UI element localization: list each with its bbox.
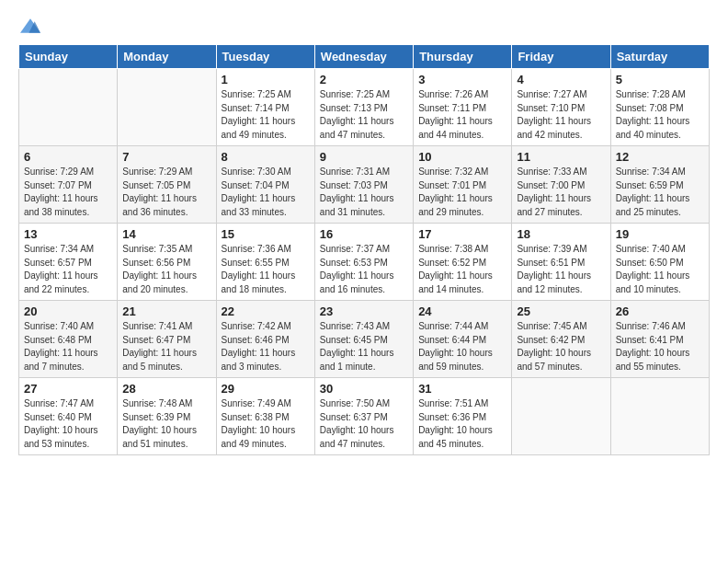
calendar-cell: 26Sunrise: 7:46 AM Sunset: 6:41 PM Dayli…: [610, 301, 709, 378]
day-number: 15: [222, 227, 310, 241]
day-info: Sunrise: 7:25 AM Sunset: 7:13 PM Dayligh…: [320, 88, 408, 142]
day-number: 13: [24, 227, 112, 241]
header: [18, 15, 710, 37]
day-info: Sunrise: 7:42 AM Sunset: 6:46 PM Dayligh…: [222, 320, 310, 373]
day-number: 8: [222, 150, 310, 164]
day-info: Sunrise: 7:39 AM Sunset: 6:51 PM Dayligh…: [517, 243, 605, 296]
calendar-cell: 2Sunrise: 7:25 AM Sunset: 7:13 PM Daylig…: [314, 69, 413, 146]
week-row-1: 1Sunrise: 7:25 AM Sunset: 7:14 PM Daylig…: [19, 69, 710, 146]
day-number: 30: [320, 382, 408, 396]
week-row-2: 6Sunrise: 7:29 AM Sunset: 7:07 PM Daylig…: [19, 146, 710, 224]
day-info: Sunrise: 7:41 AM Sunset: 6:47 PM Dayligh…: [122, 320, 210, 373]
day-number: 31: [418, 382, 506, 396]
day-number: 21: [122, 304, 210, 318]
day-info: Sunrise: 7:37 AM Sunset: 6:53 PM Dayligh…: [320, 243, 408, 296]
calendar-cell: 30Sunrise: 7:50 AM Sunset: 6:37 PM Dayli…: [314, 378, 413, 455]
day-info: Sunrise: 7:36 AM Sunset: 6:55 PM Dayligh…: [222, 243, 310, 296]
week-row-3: 13Sunrise: 7:34 AM Sunset: 6:57 PM Dayli…: [19, 224, 710, 301]
day-number: 28: [122, 382, 210, 396]
day-info: Sunrise: 7:30 AM Sunset: 7:04 PM Dayligh…: [222, 166, 310, 219]
calendar-cell: 9Sunrise: 7:31 AM Sunset: 7:03 PM Daylig…: [314, 146, 413, 224]
day-info: Sunrise: 7:29 AM Sunset: 7:07 PM Dayligh…: [24, 166, 112, 219]
calendar-table: SundayMondayTuesdayWednesdayThursdayFrid…: [18, 44, 710, 455]
day-number: 3: [418, 73, 506, 86]
day-number: 24: [418, 304, 506, 318]
calendar-cell: 31Sunrise: 7:51 AM Sunset: 6:36 PM Dayli…: [414, 378, 512, 455]
day-number: 5: [616, 73, 704, 86]
calendar-cell: 8Sunrise: 7:30 AM Sunset: 7:04 PM Daylig…: [216, 146, 314, 224]
calendar-cell: 20Sunrise: 7:40 AM Sunset: 6:48 PM Dayli…: [19, 301, 118, 378]
day-info: Sunrise: 7:40 AM Sunset: 6:50 PM Dayligh…: [616, 243, 704, 296]
day-info: Sunrise: 7:49 AM Sunset: 6:38 PM Dayligh…: [222, 397, 310, 451]
calendar-cell: 6Sunrise: 7:29 AM Sunset: 7:07 PM Daylig…: [19, 146, 118, 224]
day-number: 17: [418, 227, 506, 241]
weekday-header-friday: Friday: [512, 45, 610, 69]
logo: [18, 18, 40, 37]
calendar-cell: 23Sunrise: 7:43 AM Sunset: 6:45 PM Dayli…: [314, 301, 413, 378]
day-info: Sunrise: 7:27 AM Sunset: 7:10 PM Dayligh…: [517, 88, 605, 142]
calendar-cell: 4Sunrise: 7:27 AM Sunset: 7:10 PM Daylig…: [512, 69, 610, 146]
calendar-cell: 27Sunrise: 7:47 AM Sunset: 6:40 PM Dayli…: [19, 378, 118, 455]
day-info: Sunrise: 7:32 AM Sunset: 7:01 PM Dayligh…: [418, 166, 506, 219]
calendar-cell: [512, 378, 610, 455]
day-number: 19: [616, 227, 704, 241]
calendar-cell: 15Sunrise: 7:36 AM Sunset: 6:55 PM Dayli…: [216, 224, 314, 301]
day-number: 4: [517, 73, 605, 86]
calendar-cell: 22Sunrise: 7:42 AM Sunset: 6:46 PM Dayli…: [216, 301, 314, 378]
day-info: Sunrise: 7:35 AM Sunset: 6:56 PM Dayligh…: [122, 243, 210, 296]
weekday-header-tuesday: Tuesday: [216, 45, 314, 69]
calendar-cell: 29Sunrise: 7:49 AM Sunset: 6:38 PM Dayli…: [216, 378, 314, 455]
logo-icon: [20, 18, 40, 33]
calendar-cell: 17Sunrise: 7:38 AM Sunset: 6:52 PM Dayli…: [414, 224, 512, 301]
day-number: 25: [517, 304, 605, 318]
calendar-cell: [19, 69, 118, 146]
day-info: Sunrise: 7:50 AM Sunset: 6:37 PM Dayligh…: [320, 397, 408, 451]
day-number: 6: [24, 150, 112, 164]
calendar-cell: 7Sunrise: 7:29 AM Sunset: 7:05 PM Daylig…: [118, 146, 216, 224]
day-number: 20: [24, 304, 112, 318]
day-info: Sunrise: 7:34 AM Sunset: 6:57 PM Dayligh…: [24, 243, 112, 296]
calendar-cell: 10Sunrise: 7:32 AM Sunset: 7:01 PM Dayli…: [414, 146, 512, 224]
day-info: Sunrise: 7:47 AM Sunset: 6:40 PM Dayligh…: [24, 397, 112, 451]
day-number: 14: [122, 227, 210, 241]
calendar-cell: 21Sunrise: 7:41 AM Sunset: 6:47 PM Dayli…: [118, 301, 216, 378]
calendar-cell: 18Sunrise: 7:39 AM Sunset: 6:51 PM Dayli…: [512, 224, 610, 301]
weekday-header-saturday: Saturday: [610, 45, 709, 69]
day-number: 26: [616, 304, 704, 318]
day-number: 7: [122, 150, 210, 164]
day-info: Sunrise: 7:38 AM Sunset: 6:52 PM Dayligh…: [418, 243, 506, 296]
calendar-cell: 19Sunrise: 7:40 AM Sunset: 6:50 PM Dayli…: [610, 224, 709, 301]
calendar-cell: 28Sunrise: 7:48 AM Sunset: 6:39 PM Dayli…: [118, 378, 216, 455]
calendar-cell: 16Sunrise: 7:37 AM Sunset: 6:53 PM Dayli…: [314, 224, 413, 301]
calendar-cell: 12Sunrise: 7:34 AM Sunset: 6:59 PM Dayli…: [610, 146, 709, 224]
day-info: Sunrise: 7:48 AM Sunset: 6:39 PM Dayligh…: [122, 397, 210, 451]
day-number: 16: [320, 227, 408, 241]
calendar-cell: 5Sunrise: 7:28 AM Sunset: 7:08 PM Daylig…: [610, 69, 709, 146]
day-number: 18: [517, 227, 605, 241]
weekday-header-sunday: Sunday: [19, 45, 118, 69]
day-number: 22: [222, 304, 310, 318]
day-number: 27: [24, 382, 112, 396]
calendar-cell: 3Sunrise: 7:26 AM Sunset: 7:11 PM Daylig…: [414, 69, 512, 146]
day-number: 11: [517, 150, 605, 164]
day-info: Sunrise: 7:46 AM Sunset: 6:41 PM Dayligh…: [616, 320, 704, 373]
calendar-cell: [118, 69, 216, 146]
calendar-cell: [610, 378, 709, 455]
week-row-5: 27Sunrise: 7:47 AM Sunset: 6:40 PM Dayli…: [19, 378, 710, 455]
day-number: 12: [616, 150, 704, 164]
calendar-cell: 25Sunrise: 7:45 AM Sunset: 6:42 PM Dayli…: [512, 301, 610, 378]
day-number: 23: [320, 304, 408, 318]
day-info: Sunrise: 7:26 AM Sunset: 7:11 PM Dayligh…: [418, 88, 506, 142]
day-number: 29: [222, 382, 310, 396]
day-info: Sunrise: 7:43 AM Sunset: 6:45 PM Dayligh…: [320, 320, 408, 373]
day-info: Sunrise: 7:33 AM Sunset: 7:00 PM Dayligh…: [517, 166, 605, 219]
calendar-cell: 24Sunrise: 7:44 AM Sunset: 6:44 PM Dayli…: [414, 301, 512, 378]
weekday-header-thursday: Thursday: [414, 45, 512, 69]
day-number: 2: [320, 73, 408, 86]
day-info: Sunrise: 7:34 AM Sunset: 6:59 PM Dayligh…: [616, 166, 704, 219]
day-info: Sunrise: 7:51 AM Sunset: 6:36 PM Dayligh…: [418, 397, 506, 451]
day-info: Sunrise: 7:25 AM Sunset: 7:14 PM Dayligh…: [222, 88, 310, 142]
weekday-header-wednesday: Wednesday: [314, 45, 413, 69]
day-info: Sunrise: 7:31 AM Sunset: 7:03 PM Dayligh…: [320, 166, 408, 219]
day-info: Sunrise: 7:45 AM Sunset: 6:42 PM Dayligh…: [517, 320, 605, 373]
